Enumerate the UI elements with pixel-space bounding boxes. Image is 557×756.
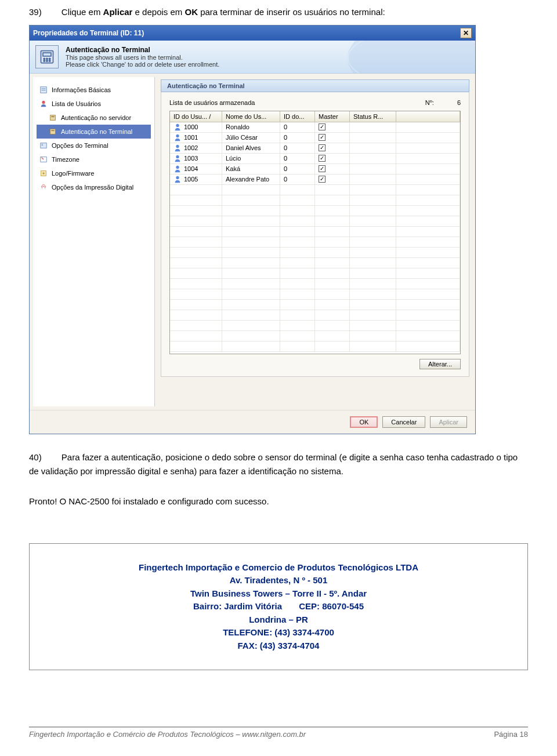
table-row[interactable]: 1000Ronaldo0✓ — [170, 122, 460, 133]
svg-rect-9 — [42, 88, 46, 89]
svg-rect-16 — [41, 143, 47, 148]
svg-point-27 — [176, 176, 179, 179]
svg-point-7 — [49, 60, 50, 61]
checkbox-icon: ✓ — [319, 123, 325, 130]
contact-bairro: Bairro: Jardim Vitória — [193, 601, 282, 611]
page-footer: Fingertech Importação e Comércio de Prod… — [29, 726, 528, 739]
svg-point-3 — [46, 58, 48, 59]
sidebar-item-label: Logo/Firmware — [52, 170, 94, 177]
empty-row — [170, 268, 460, 279]
column-header-1[interactable]: Nome do Us... — [222, 111, 280, 122]
cell-name: Lúcio — [222, 154, 280, 163]
cell-gid: 0 — [280, 122, 315, 132]
alterar-button[interactable]: Alterar... — [419, 359, 461, 369]
contact-address: Av. Tiradentes, N º - 501 — [41, 574, 516, 587]
svg-rect-18 — [42, 145, 44, 146]
count-row: Lista de usuários armazenada Nº: 6 — [169, 99, 461, 106]
cell-id: 1001 — [170, 133, 222, 143]
contact-cep: CEP: 86070-545 — [299, 601, 364, 611]
cell-master: ✓ — [315, 133, 350, 143]
txt: Clique em — [62, 7, 103, 17]
sidebar: Informações BásicasLista de UsuáriosAute… — [33, 77, 155, 406]
empty-row — [170, 216, 460, 227]
sidebar-item-3[interactable]: Autenticação no Terminal — [37, 125, 151, 139]
table-row[interactable]: 1003Lúcio0✓ — [170, 154, 460, 164]
empty-row — [170, 321, 460, 331]
table-row[interactable]: 1004Kaká0✓ — [170, 164, 460, 175]
sidebar-item-0[interactable]: Informações Básicas — [37, 83, 151, 97]
banner-line2: Please click 'Change' to add or delete u… — [66, 61, 219, 68]
sidebar-item-label: Lista de Usuários — [52, 100, 101, 107]
close-button[interactable]: ✕ — [460, 28, 472, 38]
empty-row — [170, 237, 460, 248]
cell-name: Ronaldo — [222, 122, 280, 132]
sidebar-item-5[interactable]: Timezone — [37, 152, 151, 166]
table-row[interactable]: 1002Daniel Alves0✓ — [170, 143, 460, 154]
column-header-3[interactable]: Master — [315, 111, 350, 122]
dialog-footer: OK Cancelar Aplicar — [30, 410, 475, 434]
empty-row — [170, 195, 460, 206]
empty-row — [170, 185, 460, 195]
cancel-button[interactable]: Cancelar — [382, 416, 425, 428]
terminal-icon — [35, 45, 59, 68]
cell-master: ✓ — [315, 154, 350, 163]
svg-point-2 — [44, 58, 45, 59]
step-num: 40) — [29, 452, 42, 462]
sidebar-item-label: Autenticação no servidor — [61, 114, 131, 121]
cell-id: 1005 — [170, 175, 222, 184]
empty-row — [170, 248, 460, 258]
column-header-0[interactable]: ID do Usu... / — [170, 111, 222, 122]
list-label: Lista de usuários armazenada — [169, 99, 255, 106]
svg-rect-1 — [43, 53, 51, 56]
close-icon: ✕ — [463, 29, 469, 37]
sidebar-item-1[interactable]: Lista de Usuários — [37, 97, 151, 111]
contact-fax: FAX: (43) 3374-4704 — [41, 639, 516, 653]
titlebar[interactable]: Propriedades do Terminal (ID: 11) ✕ — [30, 26, 475, 41]
user-icon — [173, 144, 182, 152]
pronto-text: Pronto! O NAC-2500 foi instalado e confi… — [29, 495, 528, 508]
apply-button[interactable]: Aplicar — [430, 416, 467, 428]
contact-city: Londrina – PR — [41, 613, 516, 627]
count-label: Nº: — [425, 99, 434, 106]
user-icon — [173, 165, 182, 173]
checkbox-icon: ✓ — [319, 155, 325, 162]
sidebar-item-2[interactable]: Autenticação no servidor — [37, 111, 151, 125]
cell-name: Kaká — [222, 164, 280, 174]
grid-header: ID do Usu... /Nome do Us...ID do...Maste… — [170, 111, 460, 122]
svg-point-4 — [49, 58, 50, 59]
auth-icon — [48, 113, 57, 122]
column-header-2[interactable]: ID do... — [280, 111, 315, 122]
panel-title: Autenticação no Terminal — [161, 79, 469, 92]
cell-master: ✓ — [315, 143, 350, 153]
bold-aplicar: Aplicar — [103, 7, 133, 17]
sidebar-item-label: Informações Básicas — [52, 86, 111, 93]
auth-icon — [48, 127, 57, 136]
empty-row — [170, 258, 460, 268]
svg-rect-17 — [42, 144, 44, 144]
svg-rect-13 — [51, 116, 54, 117]
cell-master: ✓ — [315, 164, 350, 174]
empty-row — [170, 310, 460, 321]
user-icon — [173, 133, 182, 141]
sidebar-item-7[interactable]: Opções da Impressão Digital — [37, 180, 151, 194]
banner: Autenticação no Terminal This page shows… — [30, 41, 475, 74]
table-row[interactable]: 1001Júlio César0✓ — [170, 133, 460, 143]
empty-row — [170, 341, 460, 352]
user-icon — [173, 123, 182, 131]
svg-point-23 — [176, 135, 179, 137]
cell-master: ✓ — [315, 122, 350, 132]
empty-row — [170, 206, 460, 216]
cell-status — [350, 164, 396, 174]
column-header-4[interactable]: Status R... — [350, 111, 396, 122]
users-grid[interactable]: ID do Usu... /Nome do Us...ID do...Maste… — [169, 111, 461, 354]
table-row[interactable]: 1005Alexandre Pato0✓ — [170, 175, 460, 185]
sidebar-item-6[interactable]: Logo/Firmware — [37, 166, 151, 180]
svg-point-24 — [176, 145, 179, 148]
svg-rect-15 — [51, 130, 54, 131]
user-icon — [173, 175, 182, 183]
cell-name: Daniel Alves — [222, 143, 280, 153]
sidebar-item-4[interactable]: Opções do Terminal — [37, 139, 151, 152]
cell-status — [350, 143, 396, 153]
ok-button[interactable]: OK — [350, 416, 378, 428]
cell-gid: 0 — [280, 133, 315, 143]
